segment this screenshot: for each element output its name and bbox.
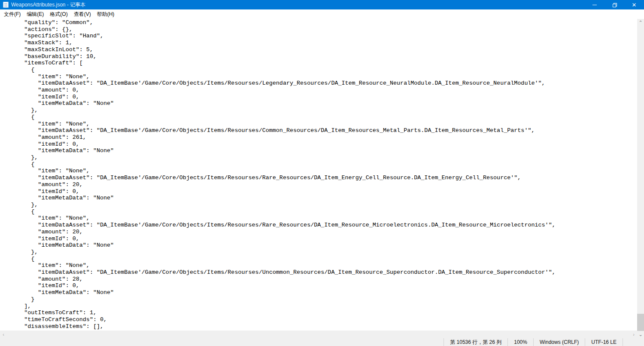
encoding-status: UTF-16 LE [585,338,623,346]
scroll-down-icon[interactable]: ⌄ [637,331,644,338]
scroll-right-icon[interactable]: › [630,331,637,338]
notepad-icon [3,2,9,8]
menu-help[interactable]: 帮助(H) [94,9,118,19]
scroll-up-icon[interactable]: ⌃ [637,19,644,26]
menu-bar: 文件(F) 编辑(E) 格式(O) 查看(V) 帮助(H) [0,9,644,19]
vertical-scrollbar[interactable]: ⌃ ⌄ [637,19,644,338]
close-icon: ✕ [632,2,637,8]
menu-format[interactable]: 格式(O) [47,9,70,19]
vertical-scrollbar-thumb[interactable] [637,314,644,331]
status-tail [623,338,644,346]
status-bar: 第 10536 行，第 26 列 100% Windows (CRLF) UTF… [0,338,644,346]
restore-button[interactable] [605,0,624,9]
menu-edit[interactable]: 编辑(E) [24,9,47,19]
document-text[interactable]: "quality": "Common", "actions": {}, "spe… [0,19,637,331]
minimize-button[interactable] [585,0,605,9]
status-spacer [0,338,444,346]
window-controls: ✕ [585,0,644,9]
zoom-level-status: 100% [507,338,533,346]
window-title: WeaponsAttributes.json - 记事本 [11,1,85,9]
horizontal-scrollbar[interactable]: ‹ › [0,331,637,338]
title-bar: WeaponsAttributes.json - 记事本 ✕ [0,0,644,9]
notepad-window: WeaponsAttributes.json - 记事本 ✕ 文件(F) 编辑(… [0,0,644,346]
close-button[interactable]: ✕ [624,0,644,9]
minimize-icon [592,5,597,5]
scroll-left-icon[interactable]: ‹ [0,331,7,338]
cursor-position-status: 第 10536 行，第 26 列 [444,338,507,346]
line-ending-status: Windows (CRLF) [533,338,585,346]
menu-file[interactable]: 文件(F) [1,9,24,19]
menu-view[interactable]: 查看(V) [71,9,94,19]
restore-icon [613,3,616,6]
text-editor-area[interactable]: "quality": "Common", "actions": {}, "spe… [0,19,637,331]
